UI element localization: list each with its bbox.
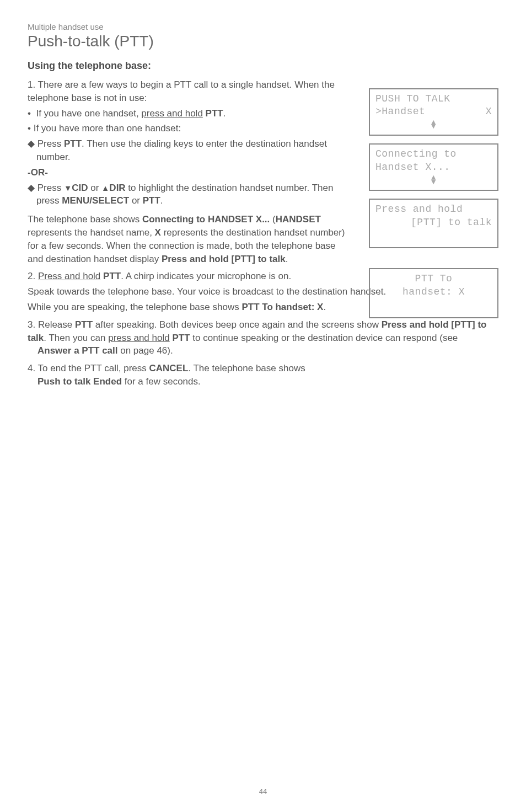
cid-label: CID [72,183,88,193]
ptt-label: PTT [172,333,190,343]
lcd-column: PUSH TO TALK >HandsetX ▲▼ Connecting to … [369,88,498,318]
step-4: 4. To end the PTT call, press CANCEL. Th… [28,362,498,388]
text: to continue speaking or the destination … [190,333,458,343]
text: While you are speaking, the telephone ba… [28,302,241,312]
text: 2. [28,271,38,281]
text: . A chirp indicates your microphone is o… [121,271,291,281]
text-underline: press and hold [141,108,203,119]
lcd-line: Handset X... [375,161,492,174]
select-label: /SELECT [89,195,129,206]
lcd-connecting: Connecting to Handset X... ▲▼ [369,143,498,191]
text: If you have more than one handset: [34,123,181,133]
text: The telephone base shows [28,214,142,225]
up-down-arrow-icon: ▲▼ [375,176,492,184]
ptt-label: PTT [64,138,82,149]
lcd-line: Connecting to [375,148,492,161]
lcd-line: PTT To [375,273,492,285]
lcd-line: Press and hold [375,203,492,216]
handset-label: HANDSET [276,214,321,225]
text: . [160,195,163,206]
lcd-push-to-talk: PUSH TO TALK >HandsetX ▲▼ [369,88,498,136]
text: . Then you can [44,333,108,343]
lcd-ptt-to: PTT To handset: X [369,268,498,318]
text: Press [37,138,64,149]
bullet-multi-handset: • If you have more than one handset: [28,122,353,135]
text: for a few seconds. [122,376,201,387]
press-hold-text: Press and hold [PTT] to talk [162,254,286,264]
text: ( [270,214,275,225]
main-content: 1. There are a few ways to begin a PTT c… [28,76,353,268]
sub-bullet-cid-dir: ◆ Press CID or DIR to highlight the dest… [28,181,353,208]
text: on page 46). [118,345,173,356]
step-1-lead: 1. There are a few ways to begin a PTT c… [28,78,353,105]
ptt-label: PTT [75,319,93,330]
text: 4. To end the PTT call, press [28,363,149,373]
cancel-label: CANCEL [149,363,189,373]
sub-bullet-press-ptt: ◆ Press PTT. Then use the dialing keys t… [28,137,353,164]
text: or [88,183,102,193]
text: 3. Release [28,319,75,330]
section-heading: Using the telephone base: [28,60,498,72]
text: . [223,108,226,119]
lcd-text: X [486,105,492,118]
text-underline: press and hold [108,333,170,343]
menu-label: MENU [62,195,89,206]
connecting-paragraph: The telephone base shows Connecting to H… [28,213,353,265]
text: represents the handset name, [28,227,155,238]
text-underline: Press and hold [38,271,100,281]
lcd-text: >Handset [375,105,425,118]
text: If you have one handset, [36,108,141,119]
lcd-press-hold: Press and hold [PTT] to talk [369,199,498,248]
lcd-line: handset: X [375,286,492,298]
dir-label: DIR [109,183,125,193]
ptt-label: PTT [143,195,160,206]
lcd-line: PUSH TO TALK [375,93,492,105]
text: or [129,195,143,206]
ended-text: Push to talk Ended [37,376,122,387]
connecting-text: Connecting to HANDSET X... [142,214,270,225]
down-arrow-icon [64,183,72,193]
ptt-label: PTT [103,271,121,281]
page-number: 44 [0,787,526,795]
text: . The telephone base shows [188,363,305,373]
or-separator: -OR- [28,166,353,179]
ptt-label: PTT [203,108,223,119]
x-label: X [155,227,161,238]
answer-ptt-ref: Answer a PTT call [37,345,118,356]
breadcrumb: Multiple handset use [28,22,498,31]
text: . [286,254,288,264]
text: after speaking. Both devices beep once a… [93,319,382,330]
step-3: 3. Release PTT after speaking. Both devi… [28,318,498,357]
ptt-to-text: PTT To handset: X [241,302,323,312]
lcd-line: >HandsetX [375,105,492,118]
bullet-one-handset: • If you have one handset, press and hol… [28,107,353,120]
page-title: Push-to-talk (PTT) [28,33,498,50]
up-arrow-icon [101,183,109,193]
lcd-line: [PTT] to talk [375,216,492,229]
text: Press [37,183,64,193]
text: . [323,302,326,312]
up-down-arrow-icon: ▲▼ [375,121,492,129]
